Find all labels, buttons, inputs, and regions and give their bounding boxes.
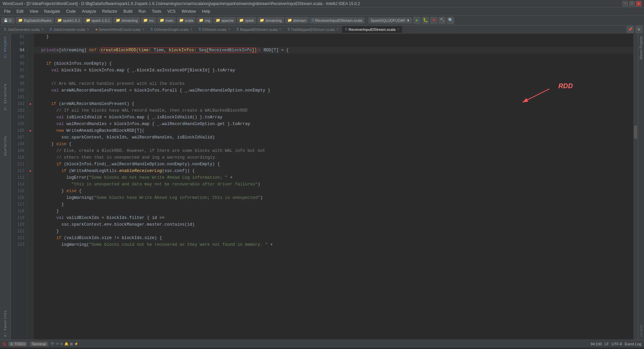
run-button[interactable]: ▶	[413, 17, 421, 24]
tab-dstream[interactable]: S DStream.scala ✕	[196, 26, 233, 33]
right-sidebar: Maven Projects Ant Build	[638, 34, 644, 340]
code-line-120: ssc.sparkContext.env.blockManager.master…	[34, 221, 633, 228]
settings-icon[interactable]: ⚙	[60, 342, 63, 346]
vertical-scrollbar[interactable]	[633, 34, 638, 340]
status-terminal-tab[interactable]: Terminal	[30, 342, 48, 346]
menu-view[interactable]: View	[27, 8, 41, 14]
fold-112[interactable]: ●	[28, 168, 33, 174]
toolbar-drive[interactable]: 💾 D:	[1, 17, 15, 23]
input-method-icon[interactable]: 中	[51, 341, 55, 347]
code-line-104: val isBlockIdValid = blockInfos.map { _.…	[34, 114, 633, 121]
close-networkwordcount-icon[interactable]: ✕	[142, 27, 145, 31]
toolbar-org[interactable]: 📁org	[197, 17, 212, 23]
line-num-98: 98	[11, 74, 27, 80]
toolbar-bigdata[interactable]: 📁BigDataSoftware	[16, 17, 54, 23]
stop-button[interactable]: ■	[430, 17, 437, 24]
menu-help[interactable]: Help	[199, 8, 213, 14]
close-flatmappeddstream-icon[interactable]: ✕	[336, 27, 339, 31]
menu-code[interactable]: Code	[63, 8, 78, 14]
close-receiverinputdstream-icon[interactable]: ✕	[397, 27, 399, 31]
line-num-104: 104	[11, 114, 27, 121]
tab-jobscheduler[interactable]: S JobScheduler.scala ✕	[47, 26, 92, 33]
menu-analyze[interactable]: Analyze	[79, 8, 99, 14]
hierarchy-icon[interactable]: Hierarchy	[3, 134, 8, 157]
power-icon[interactable]: ⚡	[74, 342, 78, 346]
line-num-107: 107	[11, 134, 27, 141]
toolbar-spark161[interactable]: 📁spark1.6.1	[55, 17, 83, 23]
event-log[interactable]: Event Log	[625, 342, 641, 346]
fold-118	[28, 208, 33, 215]
tab-dstreamgraph[interactable]: S DStreamGraph.scala ✕	[148, 26, 195, 33]
tab-receiverinputdstream[interactable]: S ReceiverInputDStream.scala ✕	[342, 26, 402, 33]
maven-projects-label[interactable]: Maven Projects	[639, 34, 643, 62]
close-button[interactable]: ✕	[636, 1, 641, 6]
maximize-button[interactable]: □	[629, 1, 635, 6]
code-editor[interactable]: } private [ streaming ] def createBlockR…	[34, 34, 633, 340]
fold-104	[28, 114, 33, 121]
tab-flatmappeddstream[interactable]: S FlatMappedDStream.scala ✕	[285, 26, 341, 33]
scrollbar-thumb[interactable]	[634, 125, 637, 139]
toolbar-main[interactable]: 📁main	[157, 17, 176, 23]
toolbar-spark-dash[interactable]: 📁spark-1.6.1	[84, 17, 112, 23]
project-icon[interactable]: 1: Project	[3, 35, 8, 60]
favorites-icon[interactable]: 2: Favorites	[3, 309, 8, 338]
menu-navigate[interactable]: Navigate	[42, 8, 63, 14]
close-jobscheduler-icon[interactable]: ✕	[87, 27, 89, 31]
tab-networkwordcount[interactable]: ● NetworkWordCount.scala ✕	[93, 26, 147, 33]
line-num-122: 122	[11, 235, 27, 241]
menu-file[interactable]: File	[1, 8, 13, 14]
status-todo-tab[interactable]: 6: TODO	[8, 342, 27, 346]
sync-icon[interactable]: ⟳	[56, 342, 59, 346]
fold-102[interactable]: ●	[28, 101, 33, 107]
fold-111	[28, 161, 33, 168]
menu-refactor[interactable]: Refactor	[100, 8, 120, 14]
close-dstreamgraph-icon[interactable]: ✕	[190, 27, 193, 31]
fold-121	[28, 228, 33, 235]
toolbar-dstream[interactable]: 📁dstream	[285, 17, 309, 23]
minimize-button[interactable]: ─	[623, 1, 628, 6]
toolbar-streaming2[interactable]: 📁streaming	[257, 17, 284, 23]
menu-run[interactable]: Run	[136, 8, 149, 14]
notification-icon[interactable]: 🔔	[64, 342, 68, 346]
toolbar-apache[interactable]: 📁apache	[213, 17, 236, 23]
scala-status-icon: S	[3, 341, 6, 347]
fold-116	[28, 194, 33, 201]
toolbar-scala-dir[interactable]: 📁scala	[177, 17, 196, 23]
menu-build[interactable]: Build	[121, 8, 135, 14]
fold-101	[28, 94, 33, 101]
editor-options-button[interactable]: ⚙	[635, 26, 643, 33]
fold-106[interactable]: ●	[28, 127, 33, 134]
menu-tools[interactable]: Tools	[149, 8, 164, 14]
menu-window[interactable]: Window	[179, 8, 199, 14]
code-line-105: val walRecordHandles = blockInfos.map { …	[34, 121, 633, 127]
close-jobgenerator-icon[interactable]: ✕	[41, 27, 44, 31]
menu-edit[interactable]: Edit	[14, 8, 26, 14]
line-num-92: 92	[11, 34, 27, 40]
run-config-selector[interactable]: SparkSQLUDFUDAF ▼	[368, 17, 412, 23]
ant-build-label[interactable]: Ant Build	[640, 322, 643, 340]
open-files-tabs: S JobGenerator.scala ✕ S JobScheduler.sc…	[0, 25, 644, 34]
close-mappeddstream-icon[interactable]: ✕	[279, 27, 281, 31]
title-bar: WordCount - [D:\IdeaProjects\WordCount] …	[0, 0, 644, 7]
tab-jobgenerator[interactable]: S JobGenerator.scala ✕	[1, 26, 46, 33]
build-button[interactable]: 🔨	[438, 17, 446, 24]
toolbar-streaming[interactable]: 📁streaming	[113, 17, 140, 23]
close-dstream-icon[interactable]: ✕	[228, 27, 230, 31]
line-ending[interactable]: LF	[604, 342, 609, 346]
toolbar-spark[interactable]: 📁spark	[237, 17, 256, 23]
code-line-95	[34, 54, 633, 60]
fold-114	[28, 181, 33, 188]
menu-vcs[interactable]: VCS	[165, 8, 178, 14]
code-line-112: if (WriteAheadLogUtils. enableReceiverLo…	[34, 168, 633, 174]
tab-mappeddstream[interactable]: S MappedDStream.scala ✕	[234, 26, 284, 33]
toolbar-file[interactable]: SReceiverInputDStream.scala	[310, 17, 365, 23]
line-num-121: 121	[11, 228, 27, 235]
toolbar-src[interactable]: 📁src	[141, 17, 156, 23]
window-controls[interactable]: ─ □ ✕	[623, 1, 641, 6]
editor-pin-button[interactable]: 📌	[627, 26, 634, 33]
search-everywhere-button[interactable]: 🔍	[447, 17, 454, 24]
memory-icon[interactable]: ▦	[70, 342, 73, 346]
structure-icon[interactable]: 2: Structure	[3, 82, 8, 112]
debug-button[interactable]: 🐛	[422, 17, 429, 24]
encoding[interactable]: UTF-8	[611, 342, 622, 346]
